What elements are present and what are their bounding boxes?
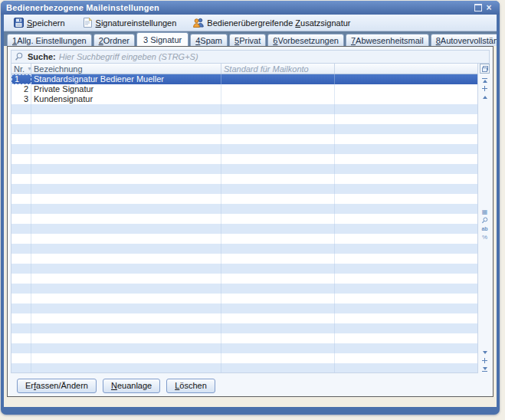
empty-row[interactable] — [11, 333, 477, 343]
empty-row[interactable] — [11, 154, 477, 164]
cell-rest — [335, 313, 477, 323]
save-button[interactable]: Speichern — [10, 16, 68, 30]
cell-bezeichnung — [31, 224, 221, 234]
cell-nr — [11, 323, 31, 333]
empty-row[interactable] — [11, 214, 477, 224]
restore-icon — [474, 4, 482, 11]
table-row[interactable]: 1 Standardsignatur Bediener Mueller — [11, 74, 477, 84]
signature-settings-button[interactable]: Signatureinstellungen — [79, 16, 180, 30]
tab-4-spam[interactable]: 4 Spam — [190, 34, 228, 46]
grid-zoom-button[interactable] — [480, 216, 490, 225]
grid-body: 1 Standardsignatur Bediener Mueller 2 Pr… — [11, 74, 477, 372]
empty-row[interactable] — [11, 134, 477, 144]
column-header-empty[interactable] — [335, 64, 477, 74]
empty-row[interactable] — [11, 174, 477, 184]
cell-bezeichnung — [31, 124, 221, 134]
cell-standard — [221, 174, 335, 184]
cell-bezeichnung: Standardsignatur Bediener Mueller — [31, 74, 221, 84]
cell-bezeichnung — [31, 114, 221, 124]
grid-fields-button[interactable]: ab — [480, 225, 490, 233]
cell-rest — [335, 323, 477, 333]
empty-row[interactable] — [11, 244, 477, 254]
scroll-page-up-icon — [482, 86, 487, 91]
empty-row[interactable] — [11, 184, 477, 194]
empty-row[interactable] — [11, 264, 477, 274]
search-icon — [15, 52, 25, 61]
cell-rest — [335, 304, 477, 313]
scroll-down-button[interactable] — [480, 348, 490, 356]
tab-6-vorbesetzungen[interactable]: 6 Vorbesetzungen — [267, 34, 344, 46]
erfassen-ändern-button[interactable]: Erfassen/Ändern — [17, 379, 97, 393]
neuanlage-button[interactable]: Neuanlage — [103, 379, 160, 393]
tab-1-allg-einstellungen[interactable]: 1 Allg. Einstellungen — [7, 34, 92, 46]
empty-row[interactable] — [11, 304, 477, 313]
table-row[interactable]: 3 Kundensignatur — [11, 94, 477, 104]
grid-percent-button[interactable]: % — [480, 233, 490, 241]
cell-standard — [221, 164, 335, 174]
empty-row[interactable] — [11, 294, 477, 304]
cell-rest — [335, 274, 477, 284]
cell-rest — [335, 84, 477, 94]
cell-standard — [221, 214, 335, 224]
toolbar-button-label: Bedienerübergreifende Zusatzsignatur — [207, 18, 350, 28]
empty-row[interactable] — [11, 343, 477, 353]
cell-rest — [335, 164, 477, 174]
search-input[interactable] — [59, 51, 486, 62]
empty-row[interactable] — [11, 194, 477, 204]
empty-row[interactable] — [11, 144, 477, 154]
grid-columns-button[interactable]: ▦ — [480, 208, 490, 216]
cell-bezeichnung — [31, 294, 221, 304]
empty-row[interactable] — [11, 353, 477, 363]
cell-standard — [221, 363, 335, 372]
cell-bezeichnung — [31, 333, 221, 343]
scroll-to-top-button[interactable] — [480, 76, 490, 84]
löschen-button[interactable]: Löschen — [166, 379, 215, 393]
empty-row[interactable] — [11, 313, 477, 323]
empty-row[interactable] — [11, 254, 477, 264]
cell-rest — [335, 124, 477, 134]
empty-row[interactable] — [11, 274, 477, 284]
tab-3-signatur[interactable]: 3 Signatur — [136, 32, 189, 46]
title-bar[interactable]: Bedienerbezogene Maileinstellungen × — [1, 1, 500, 15]
tab-7-abwesenheitsmail[interactable]: 7 Abwesenheitsmail — [346, 34, 429, 46]
scroll-to-bottom-button[interactable] — [480, 365, 490, 373]
cell-rest — [335, 294, 477, 304]
column-header-standard-für-mailkonto[interactable]: Standard für Mailkonto — [221, 64, 335, 74]
column-header-bezeichnung[interactable]: Bezeichnung — [31, 64, 221, 74]
percent-icon: % — [482, 234, 487, 241]
cell-standard — [221, 104, 335, 114]
tab-5-privat[interactable]: 5 Privat — [229, 34, 266, 46]
empty-row[interactable] — [11, 164, 477, 174]
cell-standard — [221, 84, 335, 94]
restore-button[interactable] — [473, 3, 484, 13]
cell-standard — [221, 284, 335, 294]
empty-row[interactable] — [11, 104, 477, 114]
cell-nr — [11, 214, 31, 224]
grid-menu-button[interactable] — [480, 64, 490, 74]
cell-bezeichnung — [31, 214, 221, 224]
empty-row[interactable] — [11, 284, 477, 294]
empty-row[interactable] — [11, 114, 477, 124]
scroll-page-up-button[interactable] — [480, 84, 490, 93]
scroll-page-down-button[interactable] — [480, 356, 490, 365]
empty-row[interactable] — [11, 224, 477, 234]
cell-standard — [221, 184, 335, 194]
cell-nr — [11, 234, 31, 244]
empty-row[interactable] — [11, 234, 477, 244]
tab-2-ordner[interactable]: 2 Ordner — [93, 34, 135, 46]
table-row[interactable]: 2 Private Signatur — [11, 84, 477, 94]
users-button[interactable]: Bedienerübergreifende Zusatzsignatur — [190, 16, 353, 30]
close-button[interactable]: × — [484, 3, 494, 13]
scroll-up-button[interactable] — [480, 93, 490, 101]
empty-row[interactable] — [11, 204, 477, 214]
cell-standard — [221, 234, 335, 244]
empty-row[interactable] — [11, 124, 477, 134]
column-header-nr-[interactable]: Nr. — [11, 64, 31, 74]
tab-8-autovervollständigung[interactable]: 8 Autovervollständigung — [431, 34, 497, 46]
empty-row[interactable] — [11, 363, 477, 372]
cell-rest — [335, 284, 477, 294]
users-icon — [193, 18, 204, 28]
toolbar-button-label: Signatureinstellungen — [96, 18, 177, 28]
cell-nr — [11, 304, 31, 313]
empty-row[interactable] — [11, 323, 477, 333]
